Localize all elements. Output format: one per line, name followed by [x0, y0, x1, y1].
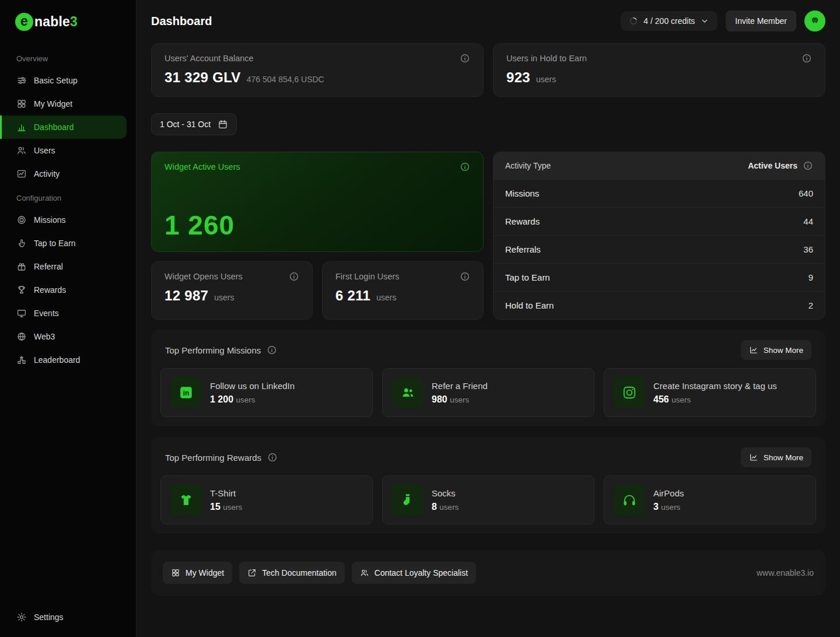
sidebar-item-missions[interactable]: Missions: [0, 208, 136, 232]
sidebar-item-web3[interactable]: Web3: [0, 325, 136, 348]
line-chart-icon: [749, 453, 758, 462]
tshirt-icon: [178, 492, 194, 508]
hold-to-earn-value: 923: [506, 69, 530, 86]
widget-opens-card: Widget Opens Users 12 987 users: [151, 261, 313, 320]
mission-unit: users: [236, 396, 256, 404]
widget-active-users-value: 1 260: [164, 209, 470, 241]
credits-dropdown[interactable]: 4 / 200 credits: [621, 11, 718, 31]
tap-icon: [16, 238, 27, 249]
footer-contact-specialist-button[interactable]: Contact Loyalty Specialist: [352, 562, 476, 584]
nav-section-configuration: Configuration: [0, 186, 136, 208]
website-link[interactable]: www.enable3.io: [757, 568, 814, 578]
users-icon: [360, 568, 369, 578]
refer-friend-icon: [400, 385, 415, 400]
sidebar-item-label: Basic Setup: [34, 76, 78, 85]
sidebar-item-my-widget[interactable]: My Widget: [0, 92, 136, 116]
table-row: Rewards 44: [494, 207, 825, 235]
sidebar-item-events[interactable]: Events: [0, 302, 136, 325]
brand-logo: enable3: [0, 0, 136, 46]
sidebar-item-rewards[interactable]: Rewards: [0, 278, 136, 302]
icon-tile: [392, 484, 424, 516]
widget-opens-unit: users: [214, 293, 234, 302]
info-icon[interactable]: [289, 271, 299, 282]
mission-value: 980: [432, 394, 447, 404]
mission-card-instagram[interactable]: Create Instagram story & tag us 456 user…: [604, 368, 816, 417]
info-icon[interactable]: [267, 345, 277, 355]
main-area: Dashboard 4 / 200 credits Invite Member …: [136, 0, 840, 637]
activity-chart-icon: [16, 169, 27, 179]
info-icon[interactable]: [267, 452, 278, 463]
sidebar-item-dashboard[interactable]: Dashboard: [0, 116, 127, 139]
activity-row-value: 2: [808, 300, 813, 310]
sidebar-item-basic-setup[interactable]: Basic Setup: [0, 69, 136, 92]
hold-to-earn-card: Users in Hold to Earn 923 users: [493, 43, 825, 97]
table-row: Missions 640: [494, 179, 825, 207]
info-icon[interactable]: [460, 162, 470, 172]
credits-label: 4 / 200 credits: [643, 16, 695, 26]
icon-tile: [170, 484, 202, 516]
activity-row-value: 36: [803, 244, 813, 254]
activity-row-value: 640: [799, 188, 813, 198]
reward-title: T-Shirt: [210, 488, 242, 498]
hold-to-earn-title: Users in Hold to Earn: [506, 54, 587, 63]
reward-unit: users: [223, 503, 242, 512]
icon-tile: [614, 377, 645, 408]
active-users-column-header: Active Users: [748, 161, 797, 170]
activity-type-column-header: Activity Type: [505, 161, 551, 170]
sidebar-item-tap-to-earn[interactable]: Tap to Earn: [0, 232, 136, 255]
missions-cards-row: in Follow us on LinkedIn 1 200 users Ref…: [160, 368, 816, 417]
target-icon: [16, 215, 27, 225]
sidebar-item-label: Dashboard: [34, 123, 74, 132]
reward-card-airpods[interactable]: AirPods 3 users: [604, 475, 816, 524]
table-row: Referrals 36: [494, 235, 825, 263]
mission-title: Create Instagram story & tag us: [653, 381, 777, 391]
top-rewards-section: Top Performing Rewards Show More T-Shirt…: [151, 437, 825, 534]
footer-tech-docs-button[interactable]: Tech Documentation: [239, 562, 345, 584]
activity-table-header: Activity Type Active Users: [494, 152, 825, 179]
footer-contact-label: Contact Loyalty Specialist: [374, 568, 468, 578]
icon-tile: in: [170, 377, 202, 408]
gift-icon: [16, 261, 27, 272]
invite-member-button[interactable]: Invite Member: [726, 10, 796, 32]
info-icon[interactable]: [460, 53, 470, 64]
missions-show-more-button[interactable]: Show More: [741, 340, 811, 360]
date-range-picker[interactable]: 1 Oct - 31 Oct: [151, 113, 237, 135]
first-login-value: 6 211: [335, 288, 370, 304]
table-row: Tap to Earn 9: [494, 263, 825, 291]
info-icon[interactable]: [802, 53, 812, 64]
gear-icon: [16, 612, 27, 622]
sidebar-item-label: Rewards: [34, 285, 66, 295]
sidebar-item-activity[interactable]: Activity: [0, 162, 136, 186]
widget-active-users-title: Widget Active Users: [164, 162, 240, 172]
activity-row-value: 9: [808, 272, 813, 282]
mission-card-refer-friend[interactable]: Refer a Friend 980 users: [382, 368, 594, 417]
sidebar-item-leaderboard[interactable]: Leaderboard: [0, 348, 136, 372]
sidebar-item-referral[interactable]: Referral: [0, 255, 136, 278]
info-icon[interactable]: [803, 160, 813, 171]
sidebar-item-label: Web3: [34, 332, 55, 341]
reward-title: AirPods: [653, 488, 684, 498]
widget-icon: [171, 568, 180, 578]
account-balance-card: Users' Account Balance 31 329 GLV 476 50…: [151, 43, 484, 97]
reward-card-tshirt[interactable]: T-Shirt 15 users: [160, 475, 373, 524]
info-icon[interactable]: [460, 271, 470, 282]
footer-my-widget-button[interactable]: My Widget: [163, 562, 232, 584]
rewards-show-more-button[interactable]: Show More: [741, 447, 811, 467]
reward-unit: users: [439, 503, 459, 512]
chevron-down-icon: [700, 16, 709, 26]
sidebar-item-users[interactable]: Users: [0, 139, 136, 162]
sidebar-item-settings[interactable]: Settings: [0, 606, 136, 629]
sidebar-item-label: Leaderboard: [34, 355, 80, 365]
avatar[interactable]: [804, 10, 825, 32]
top-missions-section: Top Performing Missions Show More in Fol…: [151, 330, 825, 426]
footer-tech-docs-label: Tech Documentation: [262, 568, 337, 578]
reward-unit: users: [661, 503, 680, 512]
widget-icon: [16, 99, 27, 109]
instagram-icon: [622, 385, 637, 400]
mission-card-linkedin[interactable]: in Follow us on LinkedIn 1 200 users: [160, 368, 373, 417]
reward-card-socks[interactable]: Socks 8 users: [382, 475, 594, 524]
metrics-left-column: Widget Active Users 1 260 Widget Opens U…: [151, 152, 484, 320]
metrics-row: Widget Active Users 1 260 Widget Opens U…: [151, 152, 825, 320]
bar-chart-icon: [16, 122, 27, 132]
top-rewards-title: Top Performing Rewards: [165, 453, 261, 463]
